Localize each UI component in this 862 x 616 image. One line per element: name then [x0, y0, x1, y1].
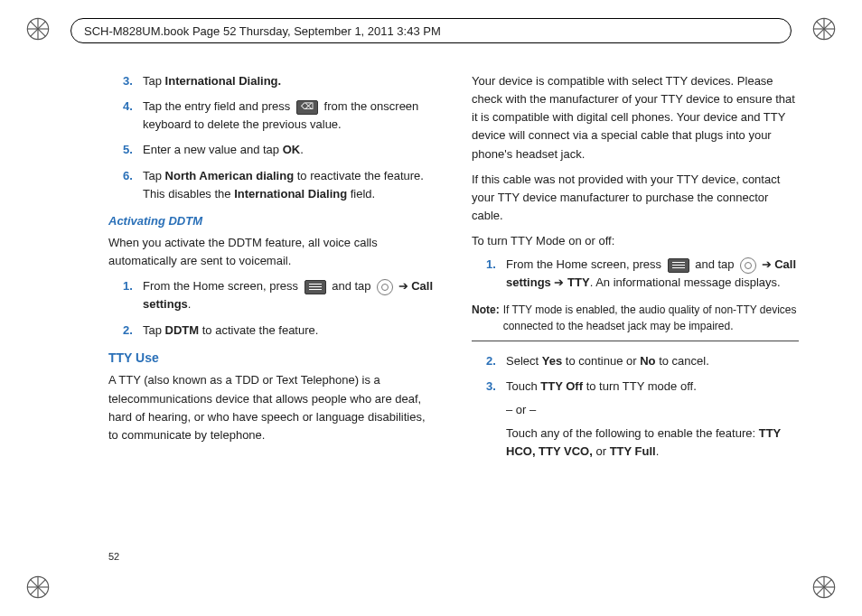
step-number: 6.	[123, 167, 143, 203]
settings-icon	[740, 257, 756, 274]
step-4: 4. Tap the entry field and press from th…	[108, 98, 436, 134]
page-number: 52	[108, 551, 119, 562]
step-body: Tap DDTM to activate the feature.	[143, 322, 436, 340]
corner-ornament-icon	[25, 574, 51, 600]
note-block: Note: If TTY mode is enabled, the audio …	[472, 302, 799, 341]
step-body: From the Home screen, press and tap ➔Cal…	[143, 277, 436, 313]
ddtm-paragraph: When you activate the DDTM feature, all …	[108, 234, 436, 270]
step-number: 1.	[123, 277, 143, 313]
right-column: Your device is compatible with select TT…	[472, 72, 799, 562]
or-divider: – or –	[506, 401, 799, 419]
ddtm-step-2: 2. Tap DDTM to activate the feature.	[108, 322, 436, 340]
paragraph: If this cable was not provided with your…	[472, 171, 799, 225]
arrow-icon: ➔	[762, 257, 772, 271]
menu-icon	[668, 258, 689, 273]
step-number: 3.	[123, 72, 143, 90]
corner-ornament-icon	[811, 16, 837, 42]
step-3: 3. Tap International Dialing.	[108, 72, 436, 90]
step-number: 2.	[486, 352, 506, 370]
step-body: From the Home screen, press and tap ➔Cal…	[506, 256, 799, 292]
left-column: 3. Tap International Dialing. 4. Tap the…	[108, 72, 436, 562]
step-6: 6. Tap North American dialing to reactiv…	[108, 167, 436, 203]
step-body: Tap International Dialing.	[143, 72, 436, 90]
arrow-icon: ➔	[398, 279, 408, 293]
step-number: 2.	[123, 322, 143, 340]
subheading-ddtm: Activating DDTM	[108, 212, 436, 230]
note-label: Note:	[472, 302, 500, 335]
step-body: Enter a new value and tap OK.	[143, 141, 436, 159]
paragraph: Your device is compatible with select TT…	[472, 72, 799, 163]
tty-step-1: 1. From the Home screen, press and tap ➔…	[472, 256, 799, 292]
step-number: 5.	[123, 141, 143, 159]
header-text: SCH-M828UM.book Page 52 Thursday, Septem…	[84, 24, 441, 38]
tty-step-3: 3. Touch TTY Off to turn TTY mode off. –…	[472, 378, 799, 462]
tty-step-2: 2. Select Yes to continue or No to cance…	[472, 352, 799, 370]
step-number: 3.	[486, 378, 506, 462]
corner-ornament-icon	[25, 16, 51, 42]
step-number: 1.	[486, 256, 506, 292]
section-heading-tty: TTY Use	[108, 349, 436, 369]
tty-paragraph: A TTY (also known as a TDD or Text Telep…	[108, 371, 436, 444]
paragraph: To turn TTY Mode on or off:	[472, 232, 799, 250]
step-body: Tap the entry field and press from the o…	[143, 98, 436, 134]
menu-icon	[305, 280, 326, 294]
corner-ornament-icon	[811, 574, 837, 600]
ddtm-step-1: 1. From the Home screen, press and tap ➔…	[108, 277, 436, 313]
step-5: 5. Enter a new value and tap OK.	[108, 141, 436, 159]
note-body: If TTY mode is enabled, the audio qualit…	[503, 302, 799, 335]
page-content: 3. Tap International Dialing. 4. Tap the…	[108, 72, 799, 562]
step-body: Tap North American dialing to reactivate…	[143, 167, 436, 203]
step-body: Touch TTY Off to turn TTY mode off. – or…	[506, 378, 799, 462]
backspace-icon	[296, 100, 318, 115]
settings-icon	[377, 279, 393, 295]
step-number: 4.	[123, 98, 143, 134]
step-body: Select Yes to continue or No to cancel.	[506, 352, 799, 370]
header-bar: SCH-M828UM.book Page 52 Thursday, Septem…	[70, 18, 792, 43]
